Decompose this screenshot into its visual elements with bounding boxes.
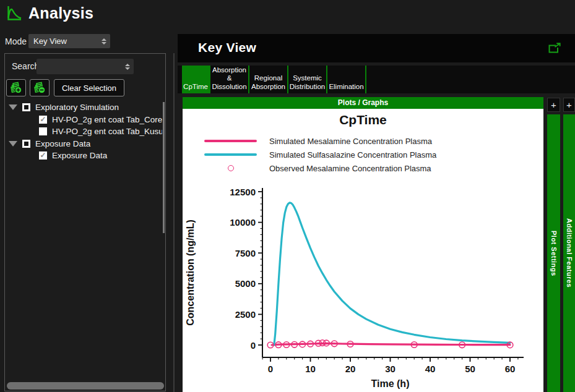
tree-item[interactable]: Exploratory Simulation [5,101,162,114]
svg-text:10: 10 [305,364,316,374]
legend-entry: Simulated Mesalamine Concentration Plasm… [204,134,436,148]
svg-text:30: 30 [385,364,396,374]
series-simulated-sulfasalazine-concentration-plasma [274,203,510,345]
svg-text:0: 0 [268,364,273,374]
cptime-plot: 025005000750010000125000102030405060Conc… [183,173,543,392]
search-label: Search [12,61,39,71]
tree-checkbox[interactable] [39,127,47,135]
layers-minus-icon [33,82,46,94]
tab-elimination[interactable]: Elimination [327,66,366,93]
spinner-icon [102,38,106,45]
tree-item-label: HV-PO_2g ent coat Tab_Kusuhara [52,127,162,136]
search-select[interactable] [37,59,134,74]
key-view-header: Key View [178,34,575,62]
pk-curve-logo-icon [6,5,23,22]
tree-item[interactable]: Exposure Data [5,150,162,162]
expander-icon[interactable] [9,141,17,147]
tab-absorption-dissolution[interactable]: Absorption & Dissolution [210,66,249,93]
legend-label: Simulated Sulfasalazine Concentration Pl… [269,150,436,160]
panel-splitter[interactable] [173,53,175,392]
chart-panel: CpTime Simulated Mesalamine Concentratio… [183,109,543,392]
tree-checkbox[interactable] [39,116,47,124]
tree-checkbox[interactable] [22,140,30,148]
remove-selection-button[interactable] [30,79,50,96]
add-selection-button[interactable] [6,79,26,96]
tree-vertical-scrollbar[interactable] [163,102,165,233]
plot-settings-label: Plot Settings [550,231,558,276]
legend-circle-marker-icon [204,165,257,171]
layers-plus-icon [9,82,23,94]
line-swatch-icon [204,153,257,156]
legend-entry: Simulated Sulfasalazine Concentration Pl… [204,148,436,161]
expander-icon[interactable] [9,104,17,110]
view-tabs: CpTimeAbsorption & DissolutionRegional A… [182,66,366,93]
analysis-app: Analysis Mode Key View Search [0,0,575,392]
tree-horizontal-scrollbar[interactable] [7,382,164,390]
plot-settings-bar[interactable]: Plot Settings [547,114,560,392]
tree-checkbox[interactable] [22,103,30,111]
mode-label: Mode [5,36,27,46]
selection-panel: Search [4,53,166,391]
plots-graphs-label: Plots / Graphs [338,98,388,107]
tree-checkbox[interactable] [39,151,47,160]
y-axis-title: Concentration (ng/mL) [185,219,196,326]
tree-item-label: Exposure Data [35,139,90,148]
plots-graphs-bar[interactable]: Plots / Graphs [183,97,543,109]
svg-text:20: 20 [345,364,356,374]
additional-features-add-button[interactable]: + [563,98,575,112]
legend-label: Observed Mesalamine Concentration Plasma [269,164,431,173]
tree-item-label: Exploratory Simulation [35,103,119,112]
additional-features-label: Additional Features [566,218,573,288]
tab-systemic-distribution[interactable]: Systemic Distribution [288,66,327,93]
svg-text:12500: 12500 [230,187,256,197]
svg-text:60: 60 [505,364,516,374]
open-in-new-window-icon[interactable] [548,43,561,56]
simulation-tree: Exploratory SimulationHV-PO_2g ent coat … [5,101,162,162]
svg-text:40: 40 [425,364,436,374]
axes: 025005000750010000125000102030405060Conc… [185,187,524,390]
page-title: Analysis [28,4,93,22]
svg-text:2500: 2500 [235,309,256,320]
plot-settings-add-button[interactable]: + [547,98,560,112]
chart-title: CpTime [183,113,543,127]
tree-item-label: Exposure Data [52,151,107,160]
circle-marker-icon [228,165,234,171]
legend-line-swatch-icon [204,153,257,156]
app-header: Analysis [6,4,93,22]
svg-text:50: 50 [465,364,475,374]
svg-text:0: 0 [251,340,256,351]
tree-item[interactable]: HV-PO_2g ent coat Tab_Corey [5,114,162,126]
tree-item-label: HV-PO_2g ent coat Tab_Corey [52,115,162,124]
clear-selection-button[interactable]: Clear Selection [54,79,124,96]
x-axis-title: Time (h) [371,378,410,389]
tab-cptime[interactable]: CpTime [182,66,210,93]
legend-line-swatch-icon [204,140,257,142]
line-swatch-icon [204,140,257,142]
tab-regional-absorption[interactable]: Regional Absorption [249,66,288,93]
additional-features-bar[interactable]: Additional Features [563,114,575,392]
tree-item[interactable]: HV-PO_2g ent coat Tab_Kusuhara [5,126,162,138]
mode-select[interactable]: Key View [28,34,110,48]
spinner-icon [125,64,130,70]
legend-label: Simulated Mesalamine Concentration Plasm… [269,137,432,146]
tree-item[interactable]: Exposure Data [5,138,162,150]
svg-text:7500: 7500 [235,248,256,258]
svg-text:10000: 10000 [230,217,256,228]
mode-select-value: Key View [33,36,67,46]
tabs-strip: CpTimeAbsorption & DissolutionRegional A… [178,66,575,93]
chart-legend: Simulated Mesalamine Concentration Plasm… [204,134,436,175]
key-view-title: Key View [198,40,256,55]
svg-text:5000: 5000 [235,278,256,289]
